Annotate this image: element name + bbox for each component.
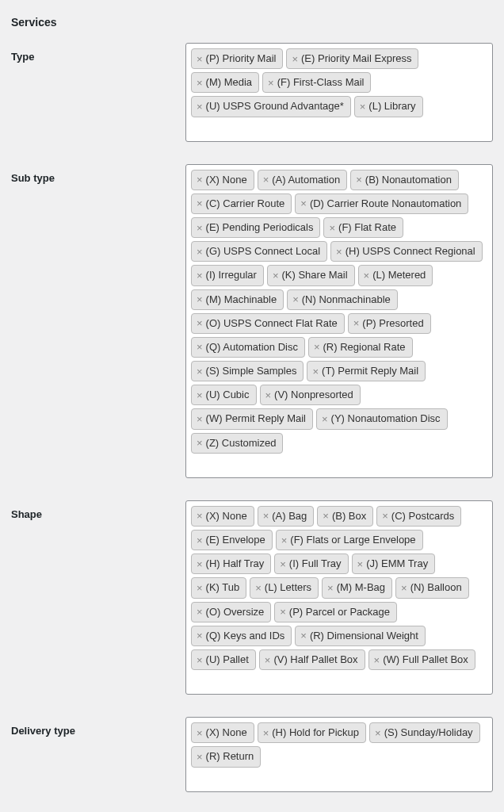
close-icon[interactable]: ×: [197, 728, 203, 738]
tag[interactable]: ×(S) Sunday/Holiday: [369, 722, 480, 743]
close-icon[interactable]: ×: [292, 294, 299, 304]
tag[interactable]: ×(I) Full Tray: [274, 553, 348, 574]
tag[interactable]: ×(E) Envelope: [191, 530, 273, 550]
tag[interactable]: ×(X) None: [191, 722, 254, 743]
close-icon[interactable]: ×: [300, 630, 307, 641]
tag[interactable]: ×(M) Machinable: [191, 289, 284, 310]
close-icon[interactable]: ×: [312, 366, 319, 377]
tag[interactable]: ×(W) Full Pallet Box: [368, 649, 475, 670]
close-icon[interactable]: ×: [300, 198, 307, 209]
tag[interactable]: ×(H) Half Tray: [191, 553, 271, 574]
tag[interactable]: ×(U) Pallet: [191, 649, 256, 670]
tag[interactable]: ×(B) Box: [317, 506, 373, 527]
close-icon[interactable]: ×: [281, 535, 288, 546]
tag[interactable]: ×(B) Nonautomation: [350, 170, 459, 190]
close-icon[interactable]: ×: [382, 511, 388, 521]
close-icon[interactable]: ×: [323, 511, 329, 521]
close-icon[interactable]: ×: [197, 342, 203, 352]
tag[interactable]: ×(J) EMM Tray: [352, 553, 436, 574]
tag[interactable]: ×(Z) Customized: [191, 433, 283, 454]
tag[interactable]: ×(P) Presorted: [348, 313, 431, 334]
tag[interactable]: ×(N) Nonmachinable: [287, 289, 398, 310]
tag[interactable]: ×(A) Automation: [258, 170, 348, 190]
close-icon[interactable]: ×: [197, 270, 203, 281]
close-icon[interactable]: ×: [197, 174, 203, 185]
tag[interactable]: ×(M) Media: [191, 72, 259, 93]
tag[interactable]: ×(M) M-Bag: [322, 577, 392, 598]
tag[interactable]: ×(V) Nonpresorted: [260, 385, 361, 405]
close-icon[interactable]: ×: [197, 535, 203, 546]
close-icon[interactable]: ×: [263, 174, 269, 185]
tag[interactable]: ×(C) Postcards: [376, 506, 461, 527]
tag-input[interactable]: ×(X) None×(A) Automation×(B) Nonautomati…: [185, 164, 493, 478]
close-icon[interactable]: ×: [197, 294, 203, 304]
tag[interactable]: ×(U) USPS Ground Advantage*: [191, 96, 351, 117]
tag[interactable]: ×(K) Share Mail: [267, 265, 355, 285]
tag[interactable]: ×(S) Simple Samples: [191, 361, 304, 381]
close-icon[interactable]: ×: [197, 607, 203, 617]
tag[interactable]: ×(R) Dimensional Weight: [295, 626, 426, 646]
tag[interactable]: ×(L) Metered: [358, 265, 433, 285]
close-icon[interactable]: ×: [197, 318, 203, 328]
tag[interactable]: ×(V) Half Pallet Box: [259, 649, 365, 670]
close-icon[interactable]: ×: [336, 247, 342, 257]
close-icon[interactable]: ×: [357, 559, 364, 569]
close-icon[interactable]: ×: [197, 223, 203, 233]
close-icon[interactable]: ×: [197, 198, 203, 209]
close-icon[interactable]: ×: [314, 342, 320, 352]
close-icon[interactable]: ×: [197, 247, 203, 257]
tag[interactable]: ×(G) USPS Connect Local: [191, 241, 327, 262]
tag-input[interactable]: ×(X) None×(A) Bag×(B) Box×(C) Postcards×…: [185, 500, 493, 695]
tag[interactable]: ×(R) Return: [191, 746, 261, 767]
close-icon[interactable]: ×: [360, 102, 366, 112]
close-icon[interactable]: ×: [401, 583, 407, 593]
tag[interactable]: ×(W) Permit Reply Mail: [191, 408, 313, 429]
close-icon[interactable]: ×: [263, 511, 269, 521]
close-icon[interactable]: ×: [327, 583, 334, 593]
tag[interactable]: ×(X) None: [191, 170, 254, 190]
tag[interactable]: ×(K) Tub: [191, 577, 246, 598]
tag[interactable]: ×(Q) Keys and IDs: [191, 626, 292, 646]
tag[interactable]: ×(D) Carrier Route Nonautomation: [295, 193, 468, 214]
close-icon[interactable]: ×: [197, 54, 203, 64]
close-icon[interactable]: ×: [255, 583, 262, 593]
close-icon[interactable]: ×: [197, 630, 203, 641]
close-icon[interactable]: ×: [265, 390, 272, 400]
tag[interactable]: ×(Q) Automation Disc: [191, 337, 305, 358]
close-icon[interactable]: ×: [292, 54, 298, 64]
close-icon[interactable]: ×: [197, 366, 203, 377]
close-icon[interactable]: ×: [197, 511, 203, 521]
tag[interactable]: ×(C) Carrier Route: [191, 193, 292, 214]
close-icon[interactable]: ×: [197, 583, 203, 593]
close-icon[interactable]: ×: [197, 414, 203, 424]
tag[interactable]: ×(O) Oversize: [191, 602, 271, 622]
tag[interactable]: ×(A) Bag: [258, 506, 315, 527]
close-icon[interactable]: ×: [197, 559, 203, 569]
close-icon[interactable]: ×: [273, 270, 279, 281]
close-icon[interactable]: ×: [280, 559, 286, 569]
close-icon[interactable]: ×: [268, 78, 274, 88]
tag[interactable]: ×(O) USPS Connect Flat Rate: [191, 313, 345, 334]
close-icon[interactable]: ×: [197, 752, 203, 762]
close-icon[interactable]: ×: [197, 78, 203, 88]
close-icon[interactable]: ×: [329, 223, 335, 233]
tag[interactable]: ×(X) None: [191, 506, 254, 527]
tag-input[interactable]: ×(X) None×(H) Hold for Pickup×(S) Sunday…: [185, 717, 493, 791]
tag[interactable]: ×(L) Library: [354, 96, 423, 117]
close-icon[interactable]: ×: [353, 318, 360, 328]
close-icon[interactable]: ×: [374, 655, 380, 665]
close-icon[interactable]: ×: [197, 655, 203, 665]
tag[interactable]: ×(F) Flat Rate: [323, 217, 403, 238]
tag[interactable]: ×(P) Priority Mail: [191, 48, 283, 69]
close-icon[interactable]: ×: [322, 414, 328, 424]
tag[interactable]: ×(T) Permit Reply Mail: [307, 361, 426, 381]
tag[interactable]: ×(P) Parcel or Package: [274, 602, 397, 622]
close-icon[interactable]: ×: [364, 270, 370, 281]
tag[interactable]: ×(H) Hold for Pickup: [258, 722, 366, 743]
close-icon[interactable]: ×: [375, 728, 381, 738]
tag[interactable]: ×(E) Pending Periodicals: [191, 217, 320, 238]
close-icon[interactable]: ×: [197, 390, 203, 400]
tag[interactable]: ×(R) Regional Rate: [308, 337, 413, 358]
tag[interactable]: ×(F) First-Class Mail: [262, 72, 371, 93]
tag[interactable]: ×(U) Cubic: [191, 385, 257, 405]
